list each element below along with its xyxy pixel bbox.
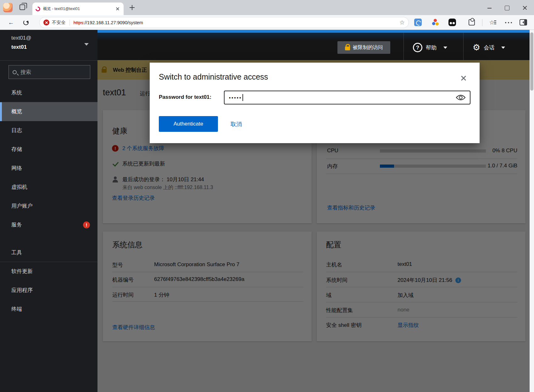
window-maximize-button[interactable] [503,4,511,11]
sidebar-item-software-updates[interactable]: 软件更新 [0,262,97,281]
cockpit-sidebar: text01@ text01 搜索 系统 概览 日志 存储 网络 虚拟机 用户账… [0,30,97,392]
not-secure-label: 不安全 [52,20,66,25]
browser-menu-icon[interactable] [504,22,513,23]
sidebar-search-input[interactable]: 搜索 [8,65,90,79]
dialog-title: Switch to administrative access [159,72,268,81]
limited-access-button[interactable]: 被限制的访问 [337,41,390,54]
not-secure-icon [43,20,49,25]
host-switcher[interactable]: text01@ text01 [0,30,97,61]
limited-access-label: 被限制的访问 [353,44,383,51]
tab-close-icon[interactable] [115,6,120,12]
extension-blue-icon[interactable] [414,19,422,26]
password-input[interactable]: ••••• [224,91,470,104]
password-masked-value: ••••• [229,95,242,100]
bookmark-star-icon[interactable]: ☆ [399,19,405,26]
window-close-button[interactable] [521,4,529,11]
show-password-eye-icon[interactable] [456,94,465,101]
browser-titlebar: 概览 - text01@text01 [0,0,534,15]
address-bar[interactable]: 不安全 https://192.168.11.27:9090/system ☆ [39,17,409,28]
page-scrollbar[interactable] [530,30,534,392]
masthead-divider [463,33,464,60]
sidebar-item-applications[interactable]: 应用程序 [0,281,97,300]
debian-favicon-icon [35,5,41,12]
sidebar-toggle-icon[interactable] [520,19,527,25]
browser-toolbar: ← 不安全 https://192.168.11.27:9090/system … [0,15,534,30]
new-tab-button[interactable] [130,5,135,10]
sidebar-item-logs[interactable]: 日志 [0,121,97,140]
services-alert-badge: ! [83,221,90,228]
sidebar-item-storage[interactable]: 存储 [0,140,97,159]
session-caret-icon [501,47,505,51]
sidebar-item-accounts[interactable]: 用户账户 [0,197,97,216]
session-menu[interactable]: ⚙ 会话 [473,41,505,54]
url-text[interactable]: https://192.168.11.27:9090/system [74,20,399,25]
search-icon [13,70,17,74]
cockpit-masthead: 被限制的访问 ? 帮助 ⚙ 会话 [97,30,530,60]
host-name-label: text01 [11,44,27,50]
scrollbar-thumb[interactable] [530,32,533,91]
window-minimize-button[interactable] [486,4,493,11]
host-caret-icon[interactable] [84,43,89,48]
search-placeholder: 搜索 [20,69,31,76]
favorites-bar-icon[interactable]: ☆ [487,15,497,30]
sidebar-item-services[interactable]: 服务! [0,216,97,234]
cancel-button[interactable]: 取消 [231,120,242,128]
tab-title: 概览 - text01@text01 [43,6,115,12]
url-rest: ://192.168.11.27:9090/system [83,20,143,25]
sidebar-item-virtual-machines[interactable]: 虚拟机 [0,178,97,197]
browser-tab[interactable]: 概览 - text01@text01 [32,3,124,15]
help-label: 帮助 [426,44,437,51]
sidebar-item-overview[interactable]: 概览 [0,102,97,121]
sidebar-item-networking[interactable]: 网络 [0,159,97,178]
sidebar-item-terminal[interactable]: 终端 [0,300,97,319]
browser-profile-avatar[interactable] [3,3,13,12]
sidebar-nav: 系统 概览 日志 存储 网络 虚拟机 用户账户 服务! 工具 软件更新 应用程序… [0,83,97,319]
password-label: Password for text01: [159,94,211,100]
url-protocol: https [74,20,83,25]
back-button[interactable]: ← [6,15,16,30]
gear-icon: ⚙ [473,43,480,52]
text-caret [242,94,243,101]
workspaces-icon[interactable] [19,4,25,10]
session-label: 会话 [484,44,494,51]
extensions-puzzle-icon[interactable] [469,19,475,25]
authenticate-button[interactable]: Authenticate [159,116,218,132]
help-menu[interactable]: ? 帮助 [413,41,447,54]
dialog-close-icon[interactable] [460,75,467,82]
host-user-label: text01@ [11,35,31,41]
refresh-button[interactable] [23,20,29,25]
sidebar-item-tools[interactable]: 工具 [0,243,97,262]
help-icon: ? [413,43,422,52]
masthead-divider [403,33,404,60]
extension-dark-icon[interactable] [448,19,456,26]
sidebar-item-services-label: 服务 [11,222,22,228]
screen: 概览 - text01@text01 ← 不安全 https://192.168… [0,0,534,392]
admin-access-dialog: Switch to administrative access Password… [150,63,480,143]
lock-icon [345,47,350,50]
sidebar-item-system[interactable]: 系统 [0,83,97,102]
toolbar-divider [482,19,482,26]
help-caret-icon [443,47,447,51]
url-divider [70,20,70,25]
extension-circles-icon[interactable] [432,19,439,26]
